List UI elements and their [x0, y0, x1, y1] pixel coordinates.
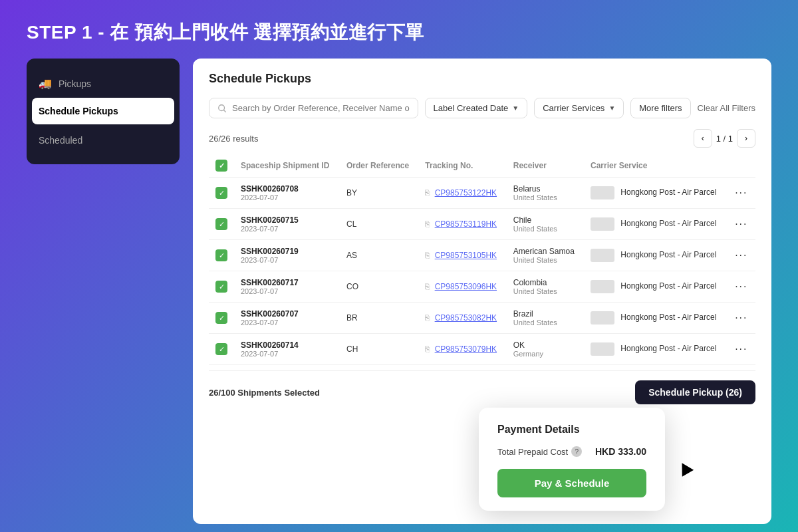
chevron-down-icon: ▼ — [512, 104, 519, 112]
tracking-link[interactable]: CP985753096HK — [435, 282, 497, 291]
sidebar-item-pickups[interactable]: 🚚 Pickups — [27, 69, 180, 95]
payment-label: Total Prepaid Cost ? — [497, 446, 582, 457]
search-box — [209, 98, 418, 118]
th-receiver: Receiver — [507, 154, 584, 178]
tracking-link[interactable]: CP985753105HK — [435, 251, 497, 260]
row-carrier: Hongkong Post - Air Parcel — [584, 303, 728, 334]
copy-icon[interactable]: ⎘ — [425, 282, 430, 291]
bottom-bar: 26/100 Shipments Selected Schedule Picku… — [209, 370, 755, 404]
carrier-logo — [591, 311, 614, 325]
row-more: ··· — [728, 240, 755, 271]
schedule-pickup-button[interactable]: Schedule Pickup (26) — [635, 380, 755, 404]
sidebar: 🚚 Pickups Schedule Pickups Scheduled — [27, 59, 180, 164]
row-checkbox[interactable]: ✓ — [215, 218, 227, 230]
payment-popup: Payment Details Total Prepaid Cost ? HKD… — [479, 408, 665, 511]
more-options-button[interactable]: ··· — [735, 281, 747, 292]
results-count: 26/26 results — [209, 134, 258, 144]
more-filters-button[interactable]: More filters — [630, 98, 690, 118]
table-container: ✓ Spaceship Shipment ID Order Reference … — [209, 154, 755, 365]
more-options-button[interactable]: ··· — [735, 218, 747, 229]
row-more: ··· — [728, 271, 755, 303]
row-checkbox-cell: ✓ — [209, 178, 234, 209]
row-receiver: Brazil United States — [507, 303, 584, 334]
carrier-logo — [591, 249, 614, 262]
row-checkbox-cell: ✓ — [209, 271, 234, 303]
next-page-button[interactable]: › — [737, 129, 755, 148]
carrier-logo — [591, 217, 614, 231]
row-more: ··· — [728, 334, 755, 365]
table-row: ✓ SSHK00260714 2023-07-07 CH ⎘ CP9857530… — [209, 334, 755, 365]
row-checkbox[interactable]: ✓ — [215, 187, 227, 199]
row-checkbox[interactable]: ✓ — [215, 249, 227, 261]
row-order-ref: CL — [340, 209, 418, 240]
prev-page-button[interactable]: ‹ — [694, 129, 712, 148]
carrier-services-filter[interactable]: Carrier Services ▼ — [534, 98, 624, 118]
copy-icon[interactable]: ⎘ — [425, 313, 430, 323]
row-carrier: Hongkong Post - Air Parcel — [584, 209, 728, 240]
help-icon[interactable]: ? — [571, 446, 582, 457]
more-options-button[interactable]: ··· — [735, 312, 747, 323]
row-order-ref: AS — [340, 240, 418, 271]
row-receiver: American Samoa United States — [507, 240, 584, 271]
row-shipment-id: SSHK00260708 2023-07-07 — [234, 178, 340, 209]
th-actions — [728, 154, 755, 178]
row-tracking: ⎘ CP985753082HK — [418, 303, 506, 334]
row-checkbox[interactable]: ✓ — [215, 281, 227, 293]
payment-title: Payment Details — [497, 424, 646, 436]
sidebar-pickups-label: Pickups — [59, 78, 91, 89]
row-tracking: ⎘ CP985753096HK — [418, 271, 506, 303]
shipments-table: ✓ Spaceship Shipment ID Order Reference … — [209, 154, 755, 365]
row-carrier: Hongkong Post - Air Parcel — [584, 240, 728, 271]
search-input[interactable] — [232, 103, 410, 113]
row-shipment-id: SSHK00260714 2023-07-07 — [234, 334, 340, 365]
row-tracking: ⎘ CP985753105HK — [418, 240, 506, 271]
th-order-ref: Order Reference — [340, 154, 418, 178]
row-tracking: ⎘ CP985753079HK — [418, 334, 506, 365]
tracking-link[interactable]: CP985753119HK — [435, 219, 497, 229]
payment-amount: HKD 333.00 — [595, 446, 646, 457]
more-options-button[interactable]: ··· — [735, 187, 747, 198]
table-row: ✓ SSHK00260715 2023-07-07 CL ⎘ CP9857531… — [209, 209, 755, 240]
row-shipment-id: SSHK00260719 2023-07-07 — [234, 240, 340, 271]
copy-icon[interactable]: ⎘ — [425, 219, 430, 229]
tracking-link[interactable]: CP985753122HK — [435, 188, 497, 198]
row-receiver: Colombia United States — [507, 271, 584, 303]
row-checkbox[interactable]: ✓ — [215, 343, 227, 355]
table-row: ✓ SSHK00260719 2023-07-07 AS ⎘ CP9857531… — [209, 240, 755, 271]
page-info: 1 / 1 — [716, 134, 733, 144]
more-options-button[interactable]: ··· — [735, 343, 747, 354]
row-receiver: Belarus United States — [507, 178, 584, 209]
results-row: 26/26 results ‹ 1 / 1 › — [209, 129, 755, 148]
copy-icon[interactable]: ⎘ — [425, 344, 430, 354]
row-more: ··· — [728, 178, 755, 209]
th-tracking: Tracking No. — [418, 154, 506, 178]
copy-icon[interactable]: ⎘ — [425, 251, 430, 260]
select-all-checkbox[interactable]: ✓ — [215, 160, 227, 172]
row-order-ref: CO — [340, 271, 418, 303]
clear-all-filters[interactable]: Clear All Filters — [698, 103, 755, 113]
row-checkbox[interactable]: ✓ — [215, 312, 227, 324]
cursor-icon — [676, 460, 694, 477]
tracking-link[interactable]: CP985753082HK — [435, 313, 497, 323]
row-receiver: Chile United States — [507, 209, 584, 240]
row-checkbox-cell: ✓ — [209, 209, 234, 240]
filters-row: Label Created Date ▼ Carrier Services ▼ … — [209, 98, 755, 118]
carrier-logo — [591, 342, 614, 356]
carrier-logo — [591, 280, 614, 293]
step-title: STEP 1 - 在 預約上門收件 選擇預約並進行下單 — [0, 0, 798, 59]
table-row: ✓ SSHK00260708 2023-07-07 BY ⎘ CP9857531… — [209, 178, 755, 209]
more-options-button[interactable]: ··· — [735, 249, 747, 261]
table-body: ✓ SSHK00260708 2023-07-07 BY ⎘ CP9857531… — [209, 178, 755, 365]
svg-line-1 — [223, 110, 225, 112]
copy-icon[interactable]: ⎘ — [425, 188, 430, 198]
label-created-date-filter[interactable]: Label Created Date ▼ — [425, 98, 528, 118]
tracking-link[interactable]: CP985753079HK — [435, 344, 497, 354]
search-icon — [217, 104, 227, 113]
pay-and-schedule-button[interactable]: Pay & Schedule — [497, 469, 646, 497]
sidebar-schedule-label: Schedule Pickups — [39, 106, 118, 116]
row-carrier: Hongkong Post - Air Parcel — [584, 334, 728, 365]
sidebar-item-scheduled[interactable]: Scheduled — [27, 127, 180, 154]
sidebar-item-schedule-pickups[interactable]: Schedule Pickups — [32, 98, 174, 124]
table-row: ✓ SSHK00260707 2023-07-07 BR ⎘ CP9857530… — [209, 303, 755, 334]
row-tracking: ⎘ CP985753122HK — [418, 178, 506, 209]
